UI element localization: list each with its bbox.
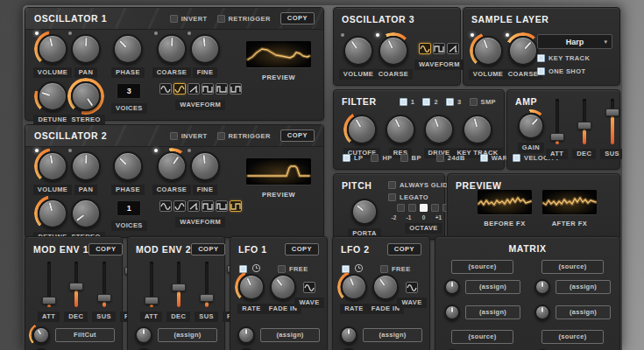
volume-knob[interactable] xyxy=(343,36,373,66)
sine-wave-icon[interactable] xyxy=(419,43,431,54)
sus-slider-track-area[interactable] xyxy=(200,262,214,307)
sample-select[interactable]: Harp▾ xyxy=(537,34,612,49)
coarse-knob[interactable] xyxy=(157,151,187,181)
slider-handle[interactable] xyxy=(550,133,564,141)
checkbox-box[interactable] xyxy=(537,67,545,75)
hp-checkbox[interactable]: HP xyxy=(371,154,392,162)
drive-knob[interactable] xyxy=(424,115,454,144)
phase-knob[interactable] xyxy=(113,34,143,64)
assign-slot[interactable]: (assign) xyxy=(556,280,611,294)
square-wave-icon[interactable] xyxy=(202,200,214,212)
pan-knob[interactable] xyxy=(71,34,101,64)
stereo-knob[interactable] xyxy=(71,199,101,228)
checkbox-box[interactable] xyxy=(400,98,407,106)
dec-slider-track-area[interactable] xyxy=(577,99,591,144)
checkbox-box[interactable] xyxy=(470,98,478,106)
coarse-knob[interactable] xyxy=(379,36,408,66)
assign-slot[interactable]: (assign) xyxy=(465,305,520,319)
2-checkbox[interactable]: 2 xyxy=(422,98,438,106)
invert-checkbox[interactable]: INVERT xyxy=(170,132,208,140)
assign-slot[interactable]: (assign) xyxy=(556,305,611,319)
3-checkbox[interactable]: 3 xyxy=(446,98,462,106)
voices-value[interactable]: 3 xyxy=(117,83,141,99)
dec-slider-track-area[interactable] xyxy=(69,262,83,307)
saw-wave-icon[interactable] xyxy=(188,83,200,94)
att-slider-track-area[interactable] xyxy=(550,99,564,144)
fade-in-knob[interactable] xyxy=(270,274,296,300)
checkbox-box[interactable] xyxy=(217,132,225,140)
sine-wave-icon[interactable] xyxy=(159,83,172,94)
control-knob[interactable] xyxy=(444,279,460,295)
dec-slider-track-area[interactable] xyxy=(172,262,186,307)
checkbox-box[interactable] xyxy=(343,154,350,162)
res-knob[interactable] xyxy=(386,115,415,144)
slider-handle[interactable] xyxy=(145,297,159,304)
sine2-wave-icon[interactable] xyxy=(173,200,186,212)
sus-slider-track-area[interactable] xyxy=(605,99,619,144)
octave-option-1[interactable] xyxy=(431,204,439,212)
copy-button[interactable]: COPY xyxy=(88,243,123,256)
coarse-knob[interactable] xyxy=(508,36,538,66)
smp-checkbox[interactable]: SMP xyxy=(470,98,496,106)
detune-knob[interactable] xyxy=(38,81,67,111)
legato-checkbox[interactable]: LEGATO xyxy=(388,193,453,201)
sus-slider-track-area[interactable] xyxy=(97,262,111,307)
square-wave-icon[interactable] xyxy=(202,83,214,94)
fine-knob[interactable] xyxy=(190,34,220,64)
fine-knob[interactable] xyxy=(190,151,220,181)
24db-checkbox[interactable]: 24dB xyxy=(436,154,465,162)
control-knob[interactable] xyxy=(534,304,550,320)
slider-handle[interactable] xyxy=(200,294,214,302)
assign-slot[interactable]: (assign) xyxy=(260,328,320,342)
rate-knob[interactable] xyxy=(238,274,265,300)
slider-handle[interactable] xyxy=(97,294,111,302)
checkbox-box[interactable] xyxy=(422,98,430,106)
copy-button[interactable]: COPY xyxy=(280,12,315,24)
copy-button[interactable]: COPY xyxy=(285,243,319,256)
lp-checkbox[interactable]: LP xyxy=(343,154,363,162)
octave-option-0[interactable] xyxy=(420,204,428,212)
slider-handle[interactable] xyxy=(42,297,56,304)
slider-handle[interactable] xyxy=(577,122,591,130)
source-slot[interactable]: (source) xyxy=(541,330,605,344)
sine-wave-icon[interactable] xyxy=(406,282,418,293)
checkbox-box[interactable] xyxy=(371,154,379,162)
control-knob[interactable] xyxy=(534,279,550,295)
pulse2-wave-icon[interactable] xyxy=(230,200,242,212)
assign-slot[interactable]: (assign) xyxy=(363,328,422,342)
assign-slot[interactable]: (assign) xyxy=(465,280,520,294)
cutoff-knob[interactable] xyxy=(347,115,377,144)
always-glide-checkbox[interactable]: ALWAYS GLIDE xyxy=(388,181,453,189)
checkbox-box[interactable] xyxy=(436,154,444,162)
sine-wave-icon[interactable] xyxy=(159,200,172,212)
pulse2-wave-icon[interactable] xyxy=(230,83,242,94)
copy-button[interactable]: COPY xyxy=(191,243,225,256)
checkbox-box[interactable] xyxy=(217,15,225,23)
volume-knob[interactable] xyxy=(473,36,503,66)
att-slider-track-area[interactable] xyxy=(42,262,56,307)
checkbox-box[interactable] xyxy=(513,154,520,162)
pulse-wave-icon[interactable] xyxy=(216,200,228,212)
checkbox-box[interactable] xyxy=(170,15,178,23)
checkbox-box[interactable] xyxy=(400,154,408,162)
stereo-knob[interactable] xyxy=(71,81,101,111)
checkbox-box[interactable] xyxy=(388,193,396,201)
sine-wave-icon[interactable] xyxy=(303,282,315,293)
assign-slot[interactable]: (assign) xyxy=(158,328,217,342)
control-knob[interactable] xyxy=(32,326,50,344)
saw-wave-icon[interactable] xyxy=(188,200,200,212)
porta-knob[interactable] xyxy=(351,199,378,225)
slider-handle[interactable] xyxy=(172,284,186,291)
gain-knob[interactable] xyxy=(518,113,544,139)
control-knob[interactable] xyxy=(237,326,255,344)
source-slot[interactable]: (source) xyxy=(451,330,514,344)
pan-knob[interactable] xyxy=(71,151,101,181)
att-slider-track-area[interactable] xyxy=(145,262,159,307)
checkbox-box[interactable] xyxy=(537,54,545,62)
source-slot[interactable]: (source) xyxy=(541,260,605,274)
pulse-wave-icon[interactable] xyxy=(216,83,228,94)
voices-value[interactable]: 1 xyxy=(117,200,141,216)
key-track-checkbox[interactable]: KEY TRACK xyxy=(537,54,590,62)
fade-in-knob[interactable] xyxy=(372,274,399,300)
square-wave-icon[interactable] xyxy=(433,43,445,54)
